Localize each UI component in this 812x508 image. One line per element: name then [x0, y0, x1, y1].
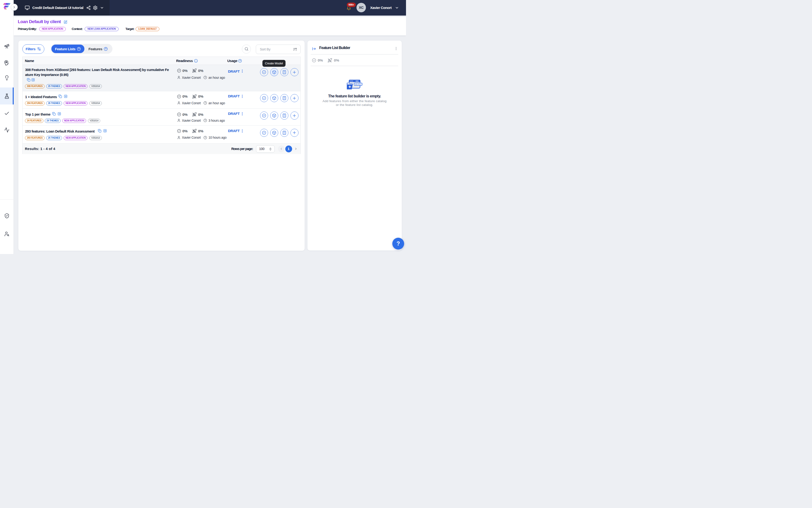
svg-text:</>: </> — [355, 83, 358, 85]
